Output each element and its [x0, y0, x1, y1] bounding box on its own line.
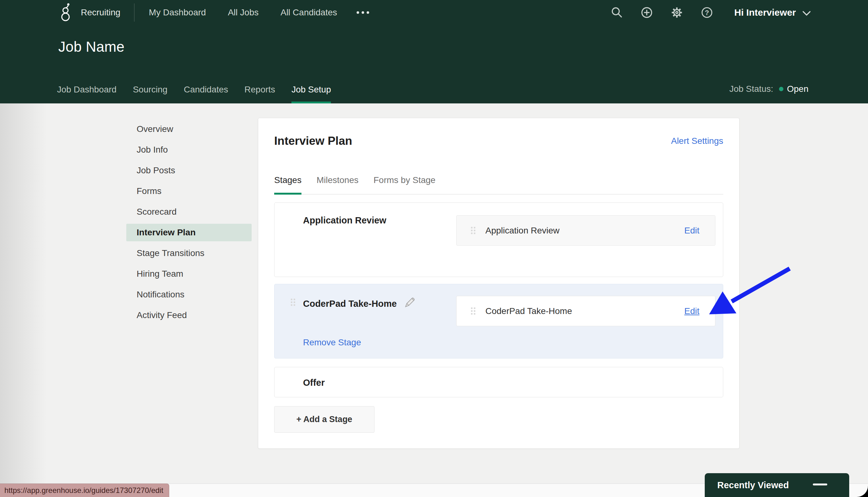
stage-name: CoderPad Take-Home [303, 299, 397, 309]
job-status: Job Status: Open [729, 84, 809, 94]
tab-reports[interactable]: Reports [244, 85, 275, 103]
user-name: Hi Interviewer [734, 7, 796, 18]
minimize-icon[interactable] [813, 484, 827, 485]
sidebar-item-job-posts[interactable]: Job Posts [126, 162, 252, 179]
nav-item-my-dashboard[interactable]: My Dashboard [149, 8, 206, 17]
status-dot-icon [779, 87, 783, 91]
link-preview-statusbar: https://app.greenhouse.io/guides/1730727… [0, 484, 169, 497]
stage-title: Application Review [303, 215, 386, 226]
tab-sourcing[interactable]: Sourcing [133, 85, 168, 103]
stage-title: Offer [303, 378, 325, 388]
tab-job-dashboard[interactable]: Job Dashboard [57, 85, 117, 103]
interview-name: Application Review [485, 226, 560, 236]
stage-card-application-review: Application Review Application Review Ed… [274, 202, 723, 277]
sidebar-item-scorecard[interactable]: Scorecard [126, 203, 252, 221]
card-title: Interview Plan [274, 134, 352, 147]
nav-item-all-candidates[interactable]: All Candidates [281, 8, 337, 17]
sidebar-item-notifications[interactable]: Notifications [126, 286, 252, 303]
interview-row-coderpad-take-home: CoderPad Take-Home Edit [456, 296, 715, 326]
product-name: Recruiting [81, 8, 120, 17]
remove-stage-link[interactable]: Remove Stage [303, 338, 361, 347]
tab-forms-by-stage[interactable]: Forms by Stage [373, 175, 436, 195]
stage-title: CoderPad Take-Home [303, 297, 415, 311]
sidebar-item-hiring-team[interactable]: Hiring Team [126, 265, 252, 283]
nav-right: ? Hi Interviewer [610, 6, 812, 19]
edit-interview-link[interactable]: Edit [684, 306, 699, 316]
interview-row-application-review: Application Review Edit [456, 215, 715, 246]
interview-plan-tabs: Stages Milestones Forms by Stage [274, 175, 723, 195]
tab-job-setup[interactable]: Job Setup [291, 85, 331, 103]
stage-name: Application Review [303, 215, 386, 226]
job-tabs: Job Dashboard Sourcing Candidates Report… [57, 85, 331, 103]
tab-candidates[interactable]: Candidates [184, 85, 228, 103]
card-header: Interview Plan Alert Settings [274, 134, 723, 147]
sidebar-item-overview[interactable]: Overview [126, 120, 252, 138]
job-header: Job Name Job Dashboard Sourcing Candidat… [0, 25, 868, 103]
recently-viewed-panel[interactable]: Recently Viewed [705, 473, 849, 497]
stage-card-offer: Offer [274, 367, 723, 397]
page-title: Job Name [58, 38, 124, 55]
brand[interactable]: Recruiting [58, 2, 120, 23]
greenhouse-app: Recruiting My Dashboard All Jobs All Can… [0, 0, 868, 497]
chevron-down-icon [801, 10, 812, 17]
stage-name: Offer [303, 378, 325, 388]
top-nav: Recruiting My Dashboard All Jobs All Can… [0, 0, 868, 25]
interview-name: CoderPad Take-Home [485, 306, 572, 316]
sidebar-item-job-info[interactable]: Job Info [126, 141, 252, 159]
job-status-value: Open [787, 84, 809, 94]
recently-viewed-title: Recently Viewed [717, 480, 789, 491]
tab-stages[interactable]: Stages [274, 175, 301, 195]
nav-items: My Dashboard All Jobs All Candidates [149, 8, 337, 17]
sidebar-item-stage-transitions[interactable]: Stage Transitions [126, 244, 252, 262]
tab-milestones[interactable]: Milestones [316, 175, 358, 195]
user-menu[interactable]: Hi Interviewer [734, 7, 812, 18]
svg-text:?: ? [705, 9, 709, 17]
edit-interview-link[interactable]: Edit [684, 226, 699, 236]
search-icon[interactable] [610, 6, 623, 19]
stage-card-coderpad-take-home: CoderPad Take-Home CoderPad Take-Home Ed… [274, 284, 723, 358]
more-menu-icon[interactable] [357, 11, 369, 14]
greenhouse-logo-icon [58, 2, 73, 23]
job-status-label: Job Status: [729, 84, 773, 94]
interview-plan-card: Interview Plan Alert Settings Stages Mil… [258, 118, 740, 449]
sidebar-item-forms[interactable]: Forms [126, 182, 252, 200]
drag-handle-icon[interactable] [471, 227, 475, 234]
add-icon[interactable] [640, 6, 653, 19]
stage-drag-handle-icon[interactable] [291, 299, 295, 306]
nav-item-all-jobs[interactable]: All Jobs [228, 8, 258, 17]
left-edge-shadow [0, 103, 47, 484]
edit-stage-name-pencil-icon[interactable] [403, 297, 415, 311]
add-stage-button[interactable]: + Add a Stage [274, 406, 374, 433]
sidebar-item-interview-plan[interactable]: Interview Plan [126, 224, 252, 241]
alert-settings-link[interactable]: Alert Settings [671, 136, 723, 146]
job-setup-sidebar: Overview Job Info Job Posts Forms Scorec… [126, 120, 252, 327]
help-icon[interactable]: ? [700, 6, 713, 19]
settings-gear-icon[interactable] [670, 6, 683, 19]
drag-handle-icon[interactable] [471, 308, 475, 315]
sidebar-item-activity-feed[interactable]: Activity Feed [126, 307, 252, 324]
nav-divider [134, 3, 134, 22]
